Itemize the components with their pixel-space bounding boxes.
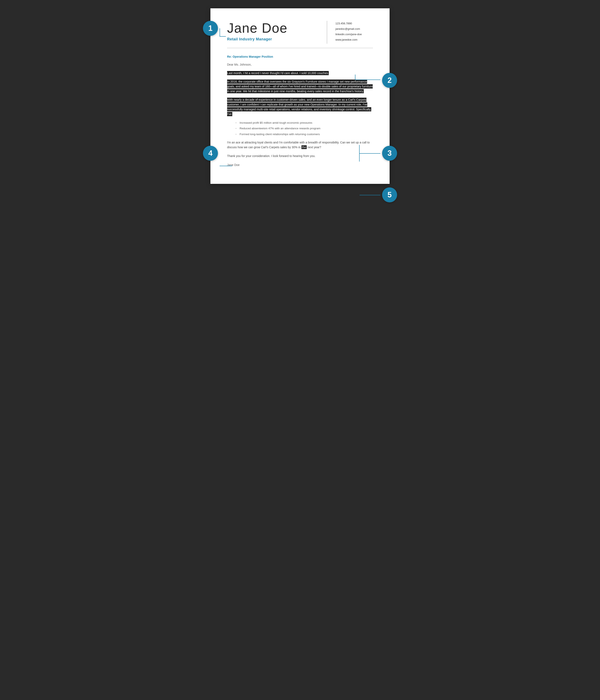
job-title: Retail Industry Manager bbox=[227, 37, 318, 42]
bracket-3-v-top bbox=[359, 145, 360, 154]
paragraph-1: Last month, I hit a record I never thoug… bbox=[227, 71, 373, 76]
bullet-item-2: Reduced absenteeism 47% with an attendan… bbox=[235, 126, 373, 131]
header-divider bbox=[327, 21, 327, 44]
email: janedoc@gmail.com bbox=[335, 26, 373, 32]
closing-line: Thank you for your consideration. I look… bbox=[227, 154, 373, 158]
contact-info: 123.456.7890 janedoc@gmail.com linkedin.… bbox=[335, 21, 373, 43]
website: www.janedoe.com bbox=[335, 37, 373, 43]
paragraph-4: I'm an ace at attracting loyal clients a… bbox=[227, 140, 373, 150]
annotation-2: 2 bbox=[382, 73, 397, 88]
bracket-1-v bbox=[220, 28, 220, 36]
paragraph-3: With nearly a decade of experience in cu… bbox=[227, 97, 373, 117]
linkedin: linkedin.com/jane-doe bbox=[335, 32, 373, 37]
bracket-2-v-top bbox=[355, 75, 355, 80]
bracket-3-v-bot bbox=[359, 153, 360, 161]
bracket-2-h bbox=[355, 79, 380, 80]
paragraph-2: In 2016, the corporate office that overs… bbox=[227, 79, 373, 94]
letter-body: Re: Operations Manager Position Dear Ms.… bbox=[227, 54, 373, 167]
bracket-5-h bbox=[360, 195, 380, 195]
re-line: Re: Operations Manager Position bbox=[227, 54, 373, 59]
annotation-3: 3 bbox=[382, 146, 397, 161]
paragraph-3-text: With nearly a decade of experience in cu… bbox=[227, 98, 371, 116]
header-left: Jane Doe Retail Industry Manager bbox=[227, 21, 318, 42]
bullet-list: Increased profit $5 million amid tough e… bbox=[235, 121, 373, 136]
annotation-5: 5 bbox=[382, 188, 397, 202]
bracket-4-h bbox=[220, 166, 232, 166]
bracket-3-h bbox=[360, 153, 380, 154]
salutation: Dear Ms. Johnson, bbox=[227, 62, 373, 67]
annotation-4: 4 bbox=[203, 146, 218, 161]
paragraph-2-text: In 2016, the corporate office that overs… bbox=[227, 79, 373, 93]
page-wrapper: 1 2 3 4 5 Jane Doe Retail Industry Manag… bbox=[210, 8, 390, 184]
applicant-name: Jane Doe bbox=[227, 21, 318, 35]
annotation-1: 1 bbox=[203, 21, 218, 36]
phone: 123.456.7890 bbox=[335, 21, 373, 26]
paragraph-1-text: Last month, I hit a record I never thoug… bbox=[227, 71, 329, 75]
signature: Jane Doe bbox=[227, 162, 373, 167]
document: Jane Doe Retail Industry Manager 123.456… bbox=[210, 8, 390, 184]
paragraph-4-highlight: the bbox=[302, 145, 307, 149]
bullet-item-3: Formed long-lasting client relationships… bbox=[235, 132, 373, 136]
bullet-item-1: Increased profit $5 million amid tough e… bbox=[235, 121, 373, 125]
paragraph-4-end: next year? bbox=[308, 146, 321, 149]
header: Jane Doe Retail Industry Manager 123.456… bbox=[227, 21, 373, 44]
bracket-1-h bbox=[220, 36, 226, 36]
paragraph-4-start: I'm an ace at attracting loyal clients a… bbox=[227, 141, 369, 149]
